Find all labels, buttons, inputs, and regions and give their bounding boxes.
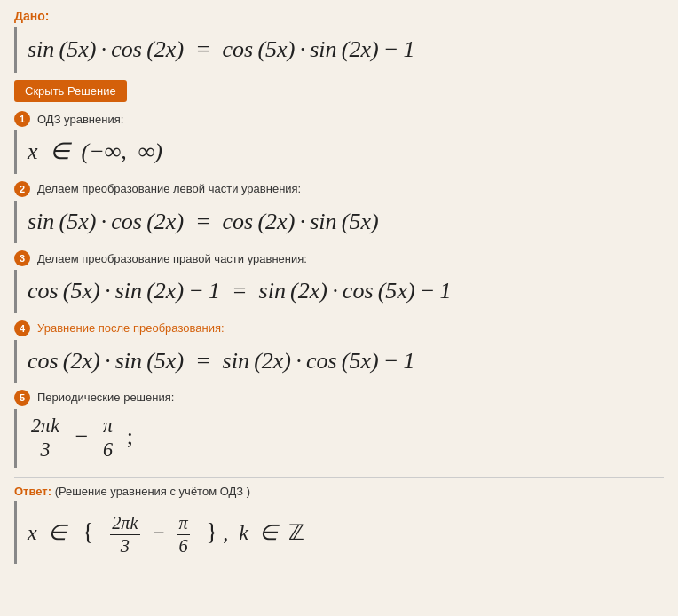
step-4-container: 4 Уравнение после преобразования: cos (2… <box>14 320 664 383</box>
step-2-number: 2 <box>14 181 30 197</box>
step-2-header: 2 Делаем преобразование левой части урав… <box>14 181 664 197</box>
step-2-math: sin (5x) · cos (2x) = cos (2x) · sin (5x… <box>28 209 379 234</box>
step-3-content: cos (5x) · sin (2x) − 1 = sin (2x) · cos… <box>14 270 664 312</box>
step-1-container: 1 ОДЗ уравнения: x ∈ (−∞, ∞) <box>14 111 664 173</box>
step-3-math: cos (5x) · sin (2x) − 1 = sin (2x) · cos… <box>28 278 452 304</box>
step-3-container: 3 Делаем преобразование правой части ура… <box>14 250 664 312</box>
step-3-label: Делаем преобразование правой части уравн… <box>37 252 307 265</box>
step-5-header: 5 Периодические решения: <box>14 390 664 406</box>
step-1-label: ОДЗ уравнения: <box>37 113 123 126</box>
step-4-number: 4 <box>14 320 30 336</box>
step-5-label: Периодические решения: <box>37 391 174 404</box>
step-2-container: 2 Делаем преобразование левой части урав… <box>14 181 664 243</box>
dado-label: Дано: <box>14 9 664 23</box>
step-3-header: 3 Делаем преобразование правой части ура… <box>14 250 664 266</box>
step-5-container: 5 Периодические решения: 2πk 3 − π 6 ; <box>14 390 664 468</box>
step-4-label: Уравнение после преобразования: <box>37 321 225 335</box>
answer-section: Ответ: (Решение уравнения с учётом ОДЗ )… <box>14 477 664 564</box>
step-5-math: 2πk 3 − π 6 ; <box>28 423 133 449</box>
given-equation: sin (5x) · cos (2x) = cos (5x) · sin (2x… <box>28 36 415 62</box>
answer-note: (Решение уравнения с учётом ОДЗ ) <box>55 485 250 498</box>
step-1-math: x ∈ (−∞, ∞) <box>28 138 162 164</box>
step-1-header: 1 ОДЗ уравнения: <box>14 111 664 127</box>
answer-math: x ∈ { 2πk 3 − π 6 } , k ∈ ℤ <box>28 521 304 544</box>
step-4-header: 4 Уравнение после преобразования: <box>14 320 664 336</box>
given-equation-box: sin (5x) · cos (2x) = cos (5x) · sin (2x… <box>14 27 664 73</box>
hide-solution-button[interactable]: Скрыть Решение <box>14 80 127 102</box>
answer-box: x ∈ { 2πk 3 − π 6 } , k ∈ ℤ <box>14 501 664 564</box>
answer-label: Ответ: (Решение уравнения с учётом ОДЗ ) <box>14 485 664 498</box>
step-2-content: sin (5x) · cos (2x) = cos (2x) · sin (5x… <box>14 201 664 243</box>
step-4-content: cos (2x) · sin (5x) = sin (2x) · cos (5x… <box>14 340 664 383</box>
step-3-number: 3 <box>14 250 30 266</box>
step-1-content: x ∈ (−∞, ∞) <box>14 130 664 173</box>
step-5-content: 2πk 3 − π 6 ; <box>14 409 664 468</box>
step-4-math: cos (2x) · sin (5x) = sin (2x) · cos (5x… <box>28 348 415 374</box>
step-2-label: Делаем преобразование левой части уравне… <box>37 182 301 195</box>
step-5-number: 5 <box>14 390 30 406</box>
step-1-number: 1 <box>14 111 30 127</box>
